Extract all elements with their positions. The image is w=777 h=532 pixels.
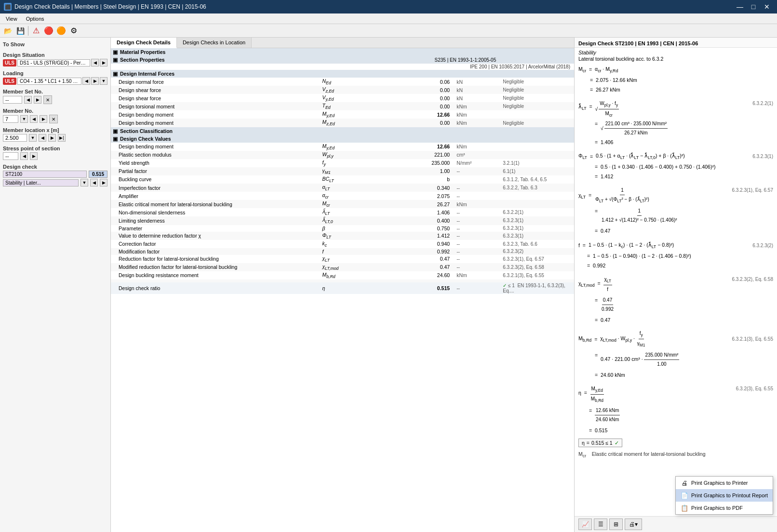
cv-sym-2: fy (319, 159, 388, 167)
member-set-input[interactable] (3, 96, 22, 104)
member-no-expand[interactable]: ▼ (20, 115, 28, 123)
situation-next[interactable]: ▶ (100, 59, 107, 66)
member-loc-input[interactable] (3, 134, 27, 142)
cv-val-10: 0.750 (389, 225, 454, 232)
cv-row-12: Correction factor kc 0.940 -- 6.3.2.3, T… (111, 240, 574, 248)
cv-row-11: Value to determine reduction factor χ ΦL… (111, 232, 574, 240)
toolbar-btn-4[interactable]: 🔴 (43, 25, 54, 37)
right-panel-scroll[interactable]: Stability Lateral torsional buckling acc… (575, 48, 777, 516)
section-check-values[interactable]: ▣ Design Check Values (111, 135, 574, 143)
cv-ref-13: 6.3.2.3(2) (500, 248, 574, 255)
member-set-section: Member Set No. ◀ ▶ ✕ (3, 89, 107, 104)
main-container: To Show Design Situation ULS DS1 - ULS (… (0, 38, 777, 532)
minimize-button[interactable]: — (734, 2, 746, 12)
rt-btn-list[interactable]: ☰ (594, 519, 607, 530)
cv-name-6: Amplifier (111, 192, 319, 200)
window-close-button[interactable]: ✕ (761, 2, 773, 12)
center-scroll[interactable]: ▣ Material Properties ▣ Section Properti… (111, 48, 574, 532)
force-name-3: Design torsional moment (111, 102, 319, 110)
design-check-select[interactable]: ST2100 (3, 171, 87, 178)
design-check-type[interactable]: Stability | Later... (3, 179, 79, 186)
member-loc-next[interactable]: ▶ (48, 134, 56, 142)
member-loc-end[interactable]: ▶| (58, 134, 66, 142)
toolbar-btn-3[interactable]: ⚠ (30, 25, 42, 37)
cv-unit-14: -- (454, 255, 500, 263)
cv-name-13: Modification factor (111, 248, 319, 255)
member-set-clear[interactable]: ✕ (43, 95, 52, 104)
force-val-0: 0.06 (389, 78, 454, 86)
cv-name-1: Plastic section modulus (111, 151, 319, 159)
ref-6322-1: 6.3.2.2(1) (735, 99, 773, 108)
rt-btn-graph[interactable]: 📈 (578, 519, 592, 530)
tab-location[interactable]: Design Checks in Location (177, 38, 252, 48)
dropdown-item-printer[interactable]: 🖨 Print Graphics to Printer (676, 477, 773, 489)
menu-view[interactable]: View (2, 15, 21, 23)
check-type-expand[interactable]: ▼ (80, 179, 88, 186)
toolbar-btn-6[interactable]: ⚙ (68, 25, 80, 37)
situation-prev[interactable]: ◀ (91, 59, 99, 66)
force-unit-0: kN (454, 78, 500, 86)
member-set-next[interactable]: ▶ (34, 96, 41, 104)
cv-row-14: Reduction factor for lateral-torsional b… (111, 255, 574, 263)
check-type-next[interactable]: ▶ (100, 179, 107, 186)
cv-val-7: 26.27 (389, 200, 454, 208)
stress-point-next[interactable]: ▶ (30, 152, 38, 160)
member-no-prev[interactable]: ◀ (30, 115, 38, 123)
maximize-button[interactable]: □ (747, 2, 760, 12)
member-loc-prev[interactable]: ◀ (39, 134, 46, 142)
cv-row-13: Modification factor f 0.992 -- 6.3.2.3(2… (111, 248, 574, 255)
force-row-3: Design torsional moment TEd 0.00 kNm Neg… (111, 102, 574, 110)
cv-unit-1: cm³ (454, 151, 500, 159)
buckling-label: Lateral torsional buckling acc. to 6.3.2 (578, 56, 773, 62)
check-type-prev[interactable]: ◀ (90, 179, 98, 186)
cv-ref-9: 6.3.2.3(1) (500, 216, 574, 225)
member-set-prev[interactable]: ◀ (24, 96, 32, 104)
dropdown-item-pdf[interactable]: 📋 Print Graphics to PDF (676, 502, 773, 514)
cv-ref-7 (500, 200, 574, 208)
cv-unit-10: -- (454, 225, 500, 232)
loading-label: Loading (3, 70, 107, 76)
cv-sym-11: ΦLT (319, 232, 388, 240)
force-sym-3: TEd (319, 102, 388, 110)
force-unit-1: kN (454, 86, 500, 94)
force-sym-5: Mz,Ed (319, 119, 388, 127)
section-internal[interactable]: ▣ Design Internal Forces (111, 70, 574, 78)
toolbar-btn-5[interactable]: 🟠 (55, 25, 67, 37)
section-classification[interactable]: ▣ Section Classification (111, 127, 574, 135)
cv-ref-15: 6.3.2.3(2), Eq. 6.58 (500, 263, 574, 271)
loading-text[interactable]: CO4 - 1.35 * LC1 + 1.50 * LC2 + ... (17, 78, 81, 85)
section-material[interactable]: ▣ Material Properties (111, 48, 574, 56)
cv-ref-10: 6.3.2.3(1) (500, 225, 574, 232)
loading-next[interactable]: ▶ (91, 77, 99, 85)
cv-sym-14: χLT (319, 255, 388, 263)
tab-details[interactable]: Design Check Details (111, 38, 177, 48)
design-check-row: ST2100 0.515 (3, 171, 107, 178)
dropdown-item-report[interactable]: 📄 Print Graphics to Printout Report (676, 489, 773, 502)
member-no-next[interactable]: ▶ (40, 115, 47, 123)
stress-point-prev[interactable]: ◀ (20, 152, 28, 160)
loading-expand[interactable]: ▼ (100, 77, 107, 85)
cv-name-15: Modified reduction factor for lateral-to… (111, 263, 319, 271)
section-props-ipe: IPE 200 | EN 10365:2017 | ArcelorMittal … (111, 64, 574, 70)
force-val-5: 0.00 (389, 119, 454, 127)
rt-btn-table[interactable]: ⊞ (609, 519, 623, 530)
cv-ref-1 (500, 151, 574, 159)
cv-unit-9: -- (454, 216, 500, 225)
stress-point-input[interactable] (3, 152, 18, 160)
rt-btn-print[interactable]: 🖨▾ (625, 519, 642, 530)
toolbar-btn-1[interactable]: 📂 (2, 25, 13, 37)
result-eta: η (582, 440, 585, 446)
result-val: 0.515 ≤ 1 (591, 440, 613, 446)
member-no-input[interactable] (3, 115, 18, 123)
section-section[interactable]: ▣ Section Properties S235 | EN 1993-1-1:… (111, 56, 574, 64)
cv-ref-16: 6.3.2.1(3), Eq. 6.55 (500, 271, 574, 279)
cv-name-12: Correction factor (111, 240, 319, 248)
design-check-section: Design check ST2100 0.515 Stability | La… (3, 164, 107, 186)
toolbar-btn-2[interactable]: 💾 (14, 25, 26, 37)
menu-options[interactable]: Options (22, 15, 48, 23)
member-no-clear[interactable]: ✕ (49, 115, 58, 123)
dropdown-printer-label: Print Graphics to Printer (691, 480, 748, 486)
loading-prev[interactable]: ◀ (82, 77, 90, 85)
member-loc-expand[interactable]: ▼ (29, 134, 37, 142)
situation-text[interactable]: DS1 - ULS (STR/GEO) - Permanent ... (17, 59, 90, 66)
